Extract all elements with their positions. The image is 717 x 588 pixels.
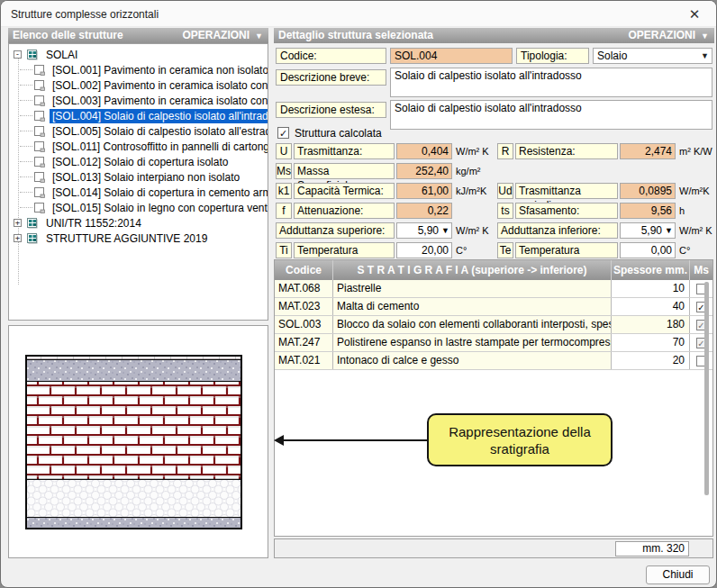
tree-item-label[interactable]: [SOL.005] Solaio di calpestio isolato al… bbox=[50, 124, 268, 139]
param-dropdown[interactable]: 5,90▼ bbox=[620, 222, 676, 239]
tree-item-label[interactable]: UNI/TR 11552:2014 bbox=[43, 216, 144, 231]
param-label: Trasmittanza: bbox=[294, 143, 395, 159]
structure-doc-icon bbox=[33, 95, 46, 107]
param-value-field: 2,474 bbox=[620, 143, 676, 159]
tree-expander-icon[interactable]: + bbox=[14, 219, 22, 227]
table-row[interactable]: MAT.068Piastrelle10 bbox=[275, 280, 712, 298]
param-code-box: f bbox=[276, 203, 292, 219]
param-value: 61,00 bbox=[422, 185, 449, 197]
tree-item-label[interactable]: [SOL.015] Solaio in legno con copertura … bbox=[50, 201, 268, 215]
tree-item[interactable]: [SOL.013] Solaio interpiano non isolato bbox=[9, 169, 268, 185]
tree-item[interactable]: +STRUTTURE AGGIUNTIVE 2019 bbox=[9, 231, 268, 246]
tree-expander-icon[interactable]: + bbox=[14, 234, 22, 242]
calc-row: MsMassa Superficiale:252,40kg/m² bbox=[276, 163, 714, 179]
descrizione-breve-label: Descrizione breve: bbox=[276, 69, 386, 86]
cell-descrizione: Polistirene espanso in lastre stampate p… bbox=[333, 334, 612, 351]
cell-codice: MAT.068 bbox=[275, 280, 333, 297]
param-dropdown[interactable]: 5,90▼ bbox=[396, 222, 452, 239]
calc-row: k1Capacità Termica:61,00kJ/m²KUdTrasmitt… bbox=[276, 183, 714, 199]
tree-item[interactable]: [SOL.001] Pavimento in ceramica non isol… bbox=[9, 62, 268, 77]
param-label: Trasmittanza periodica: bbox=[515, 183, 618, 199]
tree-item[interactable]: [SOL.005] Solaio di calpestio isolato al… bbox=[9, 123, 268, 139]
table-row[interactable]: MAT.023Malta di cemento40✓ bbox=[275, 298, 712, 316]
chevron-down-icon: ▼ bbox=[255, 32, 263, 41]
param-value-field[interactable]: 0,00 bbox=[620, 242, 676, 258]
param-code-box: k1 bbox=[276, 183, 292, 199]
table-row[interactable]: MAT.247Polistirene espanso in lastre sta… bbox=[275, 334, 712, 352]
tree-item-label[interactable]: [SOL.011] Controsoffitto in pannelli di … bbox=[50, 140, 268, 154]
tree-item[interactable]: -SOLAI bbox=[9, 47, 268, 62]
table-scrollbar[interactable] bbox=[704, 282, 709, 495]
header-ms[interactable]: Ms bbox=[690, 260, 712, 280]
tree-item[interactable]: [SOL.003] Pavimento in ceramica isolato … bbox=[9, 93, 268, 108]
param-value: 252,40 bbox=[415, 165, 449, 177]
codice-label: Codice: bbox=[276, 48, 386, 64]
chevron-down-icon: ▼ bbox=[701, 32, 709, 41]
tree-item[interactable]: [SOL.002] Pavimento in ceramica isolato … bbox=[9, 77, 268, 93]
stratigraphy-diagram-panel bbox=[8, 325, 268, 558]
tree-item[interactable]: [SOL.015] Solaio in legno con copertura … bbox=[9, 200, 268, 215]
param-label: Temperatura esterna: bbox=[515, 242, 618, 258]
header-spessore[interactable]: Spessore mm. bbox=[612, 260, 690, 280]
total-thickness-value: mm. 320 bbox=[615, 541, 689, 556]
tipologia-select[interactable]: Solaio ▼ bbox=[593, 48, 712, 64]
tree-expander-icon[interactable]: - bbox=[14, 50, 22, 59]
param-unit: kg/m² bbox=[456, 163, 481, 179]
title-bar: Strutture complesse orizzontali ✕ bbox=[1, 1, 716, 27]
tree-item[interactable]: +UNI/TR 11552:2014 bbox=[9, 215, 268, 231]
tree-item-label[interactable]: [SOL.012] Solaio di copertura isolato bbox=[50, 155, 231, 169]
category-icon bbox=[26, 49, 40, 61]
stratigraphy-diagram bbox=[25, 355, 242, 529]
table-header-row: Codice S T R A T I G R A F I A (superior… bbox=[275, 260, 712, 280]
table-row[interactable]: MAT.021Intonaco di calce e gesso20 bbox=[275, 352, 712, 370]
table-row[interactable]: SOL.003Blocco da solaio con elementi col… bbox=[275, 316, 712, 334]
detail-operations-menu[interactable]: OPERAZIONI▼ bbox=[628, 28, 709, 44]
header-codice[interactable]: Codice bbox=[275, 260, 333, 280]
close-icon[interactable]: ✕ bbox=[682, 5, 707, 24]
tree-item[interactable]: [SOL.014] Solaio di copertura in cemento… bbox=[9, 185, 268, 200]
tree-item-label[interactable]: SOLAI bbox=[43, 48, 80, 62]
tipologia-selected-value: Solaio bbox=[597, 50, 627, 62]
param-code-box: Te bbox=[497, 242, 513, 258]
cell-spessore[interactable]: 70 bbox=[612, 334, 690, 351]
cell-spessore[interactable]: 10 bbox=[612, 280, 690, 297]
tree-item-label[interactable]: STRUTTURE AGGIUNTIVE 2019 bbox=[43, 231, 210, 246]
tree-item-label[interactable]: [SOL.013] Solaio interpiano non isolato bbox=[50, 170, 242, 185]
param-unit: W/m² K bbox=[679, 222, 712, 239]
cell-spessore[interactable]: 20 bbox=[612, 352, 690, 369]
param-unit: m² K/W bbox=[679, 143, 712, 159]
param-value: 0,404 bbox=[422, 145, 449, 158]
param-code-box: Ud bbox=[497, 183, 513, 199]
tree-item-label[interactable]: [SOL.002] Pavimento in ceramica isolato … bbox=[50, 78, 268, 93]
left-operations-menu[interactable]: OPERAZIONI▼ bbox=[182, 28, 263, 44]
chevron-down-icon[interactable]: ▼ bbox=[665, 223, 673, 239]
descrizione-breve-field[interactable]: Solaio di calpestio isolato all'intrados… bbox=[390, 68, 712, 97]
tree-item-label[interactable]: [SOL.014] Solaio di copertura in cemento… bbox=[50, 185, 268, 200]
tree-item[interactable]: [SOL.004] Solaio di calpestio isolato al… bbox=[9, 108, 268, 123]
header-stratigrafia[interactable]: S T R A T I G R A F I A (superiore -> in… bbox=[333, 260, 612, 280]
cell-ms bbox=[690, 280, 712, 297]
param-label: Massa Superficiale: bbox=[294, 163, 395, 179]
codice-value-field[interactable]: SOL.004 bbox=[390, 48, 513, 64]
param-value-field[interactable]: 20,00 bbox=[396, 242, 452, 258]
close-dialog-button[interactable]: Chiudi bbox=[646, 565, 710, 584]
param-value: 0,22 bbox=[428, 204, 449, 217]
tree-item[interactable]: [SOL.011] Controsoffitto in pannelli di … bbox=[9, 139, 268, 154]
param-unit: W/m²K bbox=[679, 183, 710, 199]
param-label: Attenuazione: bbox=[294, 203, 395, 219]
param-value-field: 0,404 bbox=[396, 143, 452, 159]
cell-spessore[interactable]: 40 bbox=[612, 298, 690, 315]
tree-item[interactable]: [SOL.012] Solaio di copertura isolato bbox=[9, 154, 268, 169]
structure-doc-icon bbox=[33, 125, 46, 138]
tree-item-label[interactable]: [SOL.003] Pavimento in ceramica isolato … bbox=[50, 94, 268, 108]
descrizione-estesa-label: Descrizione estesa: bbox=[276, 102, 386, 118]
struttura-calcolata-checkbox[interactable]: ✓ bbox=[277, 127, 289, 139]
cell-spessore[interactable]: 180 bbox=[612, 316, 690, 333]
tree-item-label[interactable]: [SOL.001] Pavimento in ceramica non isol… bbox=[50, 63, 268, 77]
struttura-calcolata-label: Struttura calcolata bbox=[295, 127, 382, 140]
param-label: Temperatura interna: bbox=[294, 242, 395, 258]
chevron-down-icon[interactable]: ▼ bbox=[441, 223, 449, 239]
tree-item-label[interactable]: [SOL.004] Solaio di calpestio isolato al… bbox=[50, 109, 268, 123]
param-label: Adduttanza superiore: bbox=[276, 222, 395, 239]
descrizione-estesa-field[interactable]: Solaio di calpestio isolato all'intrados… bbox=[390, 100, 712, 130]
